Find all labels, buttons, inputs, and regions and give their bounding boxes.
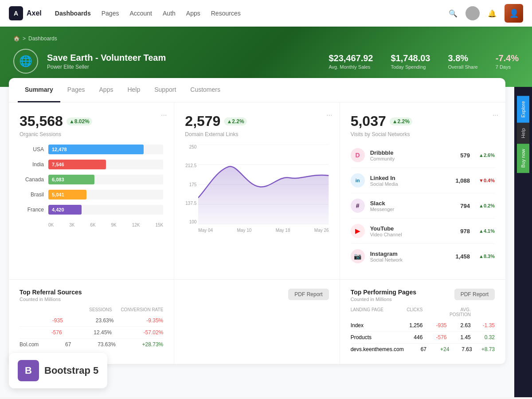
metric-value-sessions: 35,568 ▲8.02%: [20, 113, 163, 129]
tab-help[interactable]: Help: [120, 78, 147, 102]
bar-row-canada: Canada 6,083: [20, 175, 163, 184]
sidebar-tab-help[interactable]: Help: [517, 123, 529, 144]
social-row-slack: # Slack Messenger 794 ▲0.2%: [351, 193, 495, 219]
social-row-instagram: 📷 Instagram Social Network 1,458 ▲8.3%: [351, 244, 495, 269]
stat-value-7days: -7.4%: [496, 53, 519, 63]
panel-pdf-middle: PDF Report: [174, 280, 340, 364]
pdf-report-btn-pages[interactable]: PDF Report: [454, 289, 495, 300]
tab-pages[interactable]: Pages: [60, 78, 92, 102]
pages-row-2: Products 446 -576 1.45 0.32: [351, 332, 495, 344]
nav-auth[interactable]: Auth: [163, 10, 176, 17]
notifications-icon[interactable]: 🔔: [485, 6, 499, 20]
metric-badge-links: ▲2.2%: [224, 117, 246, 125]
user-avatar[interactable]: 👤: [505, 4, 523, 23]
referral-row-2: -576 12.45% -57.02%: [20, 327, 163, 339]
bar-row-india: India 7,546: [20, 160, 163, 169]
metric-label-social: Visits by Social Networks: [351, 131, 495, 137]
nav-pages[interactable]: Pages: [102, 10, 119, 17]
referral-row-1: -935 23.63% -9.35%: [20, 315, 163, 327]
user-avatar-small[interactable]: [466, 6, 480, 20]
panel-referral: Top Referral Sources Counted in Millions…: [9, 280, 174, 364]
hero-title: Save Earth - Volunteer Team: [47, 53, 166, 63]
nav-account[interactable]: Account: [129, 10, 152, 17]
search-icon[interactable]: 🔍: [446, 6, 460, 20]
bar-row-france: France 4,420: [20, 205, 163, 215]
dribbble-icon: D: [351, 148, 365, 162]
pages-table: LANDING PAGE CLICKS AVG. POSITION Index …: [351, 307, 495, 355]
stat-value-monthly: $23,467.92: [329, 53, 373, 63]
bar-chart: USA 12,478 India 7,546 Canad: [20, 137, 163, 227]
linkedin-icon: in: [351, 173, 365, 188]
stat-7days: -7.4% 7 Days: [496, 53, 519, 70]
stat-label-spending: Today Spending: [391, 64, 430, 70]
metric-badge-social: ▲2.2%: [390, 117, 412, 125]
hero-content: 🌐 Save Earth - Volunteer Team Power Elit…: [13, 49, 519, 74]
bar-axis: 0K3K6K9K12K15K: [20, 220, 163, 227]
content-area: Summary Pages Apps Help Support Customer…: [0, 87, 514, 397]
stat-overall-share: 3.8% Overall Share: [448, 53, 477, 70]
bar-row-usa: USA 12,478: [20, 145, 163, 154]
social-row-youtube: ▶ YouTube Video Channel 978 ▲4.1%: [351, 219, 495, 244]
bar-row-brasil: Brasil 5,041: [20, 190, 163, 200]
nav-right: 🔍 🔔 👤: [446, 4, 523, 23]
metric-social: 5,037 ▲2.2% Visits by Social Networks ··…: [340, 102, 505, 279]
metric-menu-sessions[interactable]: ···: [161, 111, 167, 119]
sidebar-tab-explore[interactable]: Explore: [517, 96, 529, 123]
metric-menu-links[interactable]: ···: [326, 111, 332, 119]
nav-apps[interactable]: Apps: [186, 10, 200, 17]
panel-pages-subtitle: Counted in Millions: [351, 297, 416, 302]
panel-referral-subtitle: Counted in Millions: [20, 297, 163, 302]
pages-columns: LANDING PAGE CLICKS AVG. POSITION: [351, 307, 495, 317]
stat-today-spending: $1,748.03 Today Spending: [391, 53, 430, 70]
pdf-report-btn-middle[interactable]: PDF Report: [288, 289, 329, 300]
brand-name: Axel: [27, 9, 42, 17]
metric-badge-sessions: ▲8.02%: [66, 117, 92, 125]
home-icon[interactable]: 🏠: [13, 35, 20, 42]
line-chart: 250 212.5 175 137.5 100: [185, 137, 329, 233]
nav-resources[interactable]: Resources: [211, 10, 241, 17]
breadcrumb: 🏠 > Dashboards: [13, 35, 519, 42]
metric-external-links: 2,579 ▲2.2% Domain External Links ··· 25…: [174, 102, 340, 279]
tab-summary[interactable]: Summary: [18, 78, 60, 102]
brand-icon: A: [9, 6, 23, 20]
panel-pages-title: Top Performing Pages: [351, 289, 416, 296]
tab-apps[interactable]: Apps: [92, 78, 121, 102]
tab-support[interactable]: Support: [147, 78, 183, 102]
right-sidebar: Explore Help Buy now: [514, 87, 532, 397]
nav-dashboards[interactable]: Dashboards: [55, 10, 91, 17]
tab-customers[interactable]: Customers: [183, 78, 227, 102]
slack-icon: #: [351, 199, 365, 213]
metric-value-links: 2,579 ▲2.2%: [185, 113, 329, 129]
stat-value-spending: $1,748.03: [391, 53, 430, 63]
metric-organic-sessions: 35,568 ▲8.02% Organic Sessions ··· USA 1…: [9, 102, 174, 279]
hero-logo: 🌐: [13, 49, 38, 74]
metric-menu-social[interactable]: ···: [493, 111, 498, 119]
stat-value-share: 3.8%: [448, 53, 477, 63]
stat-monthly-sales: $23,467.92 Avg. Monthly Sales: [329, 53, 373, 70]
social-list: D Dribbble Community 579 ▲2.6% in: [351, 143, 495, 269]
nav-links: Dashboards Pages Account Auth Apps Resou…: [55, 10, 241, 17]
metric-value-social: 5,037 ▲2.2%: [351, 113, 495, 129]
metric-label-links: Domain External Links: [185, 131, 329, 137]
referral-row-3: Bol.com 67 73.63% +28.73%: [20, 339, 163, 350]
bottom-section: Top Referral Sources Counted in Millions…: [9, 279, 505, 364]
hero-text: Save Earth - Volunteer Team Power Elite …: [47, 53, 166, 70]
instagram-icon: 📷: [351, 249, 365, 263]
brand[interactable]: A Axel: [9, 6, 42, 20]
sidebar-tab-buy[interactable]: Buy now: [517, 144, 529, 173]
stat-label-share: Overall Share: [448, 64, 477, 70]
bootstrap-badge: B Bootstrap 5: [9, 353, 107, 388]
panel-referral-title: Top Referral Sources: [20, 289, 163, 296]
hero-stats: $23,467.92 Avg. Monthly Sales $1,748.03 …: [329, 53, 519, 70]
bootstrap-label: Bootstrap 5: [44, 365, 98, 376]
stat-label-7days: 7 Days: [496, 64, 519, 70]
chart-x-labels: May 04May 10May 18May 26: [198, 228, 329, 233]
social-row-dribbble: D Dribbble Community 579 ▲2.6%: [351, 143, 495, 168]
tabs-header: Summary Pages Apps Help Support Customer…: [9, 78, 505, 102]
navbar: A Axel Dashboards Pages Account Auth App…: [0, 0, 532, 27]
referral-table: SESSIONS CONVERSION RATE -935 23.63% -9.…: [20, 307, 163, 350]
metrics-row: 35,568 ▲8.02% Organic Sessions ··· USA 1…: [9, 102, 505, 279]
stat-label-monthly: Avg. Monthly Sales: [329, 64, 373, 70]
dashboard-card: Summary Pages Apps Help Support Customer…: [9, 78, 505, 364]
hero-subtitle: Power Elite Seller: [47, 64, 166, 70]
